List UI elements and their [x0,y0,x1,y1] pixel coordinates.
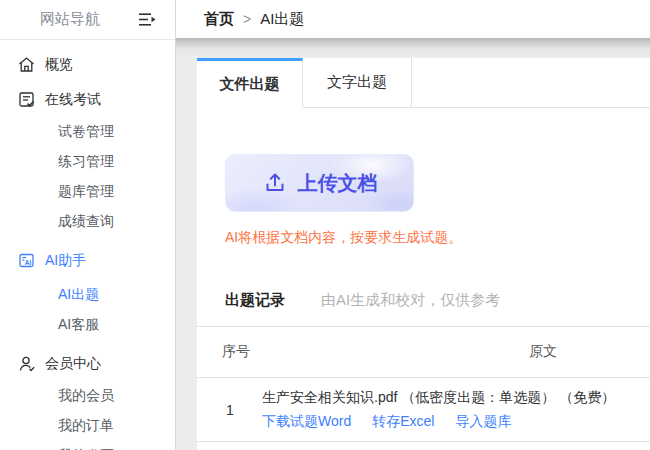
sidebar-item-label: 会员中心 [45,355,101,373]
breadcrumb-separator: > [243,11,251,27]
sidebar-item-label: 在线考试 [45,91,101,109]
topbar-shadow [176,38,650,58]
main-area: 首页 > AI出题 文件出题 文字出题 [176,0,650,450]
sidebar-item-ai-assistant[interactable]: AI AI助手 [0,243,175,278]
sidebar-item-paper-management[interactable]: 试卷管理 [0,117,175,147]
sidebar-header: 网站导航 [0,0,175,40]
sidebar-item-score-query[interactable]: 成绩查询 [0,207,175,237]
content-card: 文件出题 文字出题 上传文档 [197,58,650,450]
table-row: 1 生产安全相关知识.pdf （低密度出题：单选题） （免费） 下载试题Word… [197,378,650,442]
member-icon [18,355,35,372]
breadcrumb-current: AI出题 [260,10,304,29]
column-header-index: 序号 [222,343,250,361]
records-note: 由AI生成和校对，仅供参考 [321,291,500,310]
tab-file-question[interactable]: 文件出题 [197,58,303,108]
app-window: 网站导航 [0,0,650,450]
sidebar-item-label: 练习管理 [58,153,114,171]
ai-assistant-icon: AI [18,252,35,269]
sidebar-menu: 概览 在线考试 试卷管理 练习管理 [0,40,175,450]
row-actions: 下载试题Word 转存Excel 导入题库 [262,413,615,431]
sidebar-item-practice-management[interactable]: 练习管理 [0,147,175,177]
sidebar-item-question-bank-management[interactable]: 题库管理 [0,177,175,207]
records-title: 出题记录 [225,291,285,310]
tab-filler [412,58,650,108]
sidebar-item-label: AI助手 [45,252,86,270]
tab-bar: 文件出题 文字出题 [197,58,650,108]
column-header-source: 原文 [529,343,557,361]
sidebar-item-ai-customer-service[interactable]: AI客服 [0,310,175,340]
upload-button-label: 上传文档 [298,170,378,197]
import-question-bank-link[interactable]: 导入题库 [455,413,511,431]
sidebar-item-my-membership[interactable]: 我的会员 [0,381,175,411]
tab-text-question[interactable]: 文字出题 [303,58,412,108]
sidebar-item-label: 概览 [45,56,73,74]
sidebar-item-ai-question-generation[interactable]: AI出题 [0,280,175,310]
svg-text:AI: AI [25,259,32,266]
sidebar-item-label: 我的订单 [58,417,114,435]
breadcrumb: 首页 > AI出题 [176,0,650,38]
sidebar-item-clipped[interactable]: 我的发票 [0,441,175,450]
collapse-menu-icon[interactable] [138,12,156,27]
home-icon [18,56,35,73]
sidebar-item-member-center[interactable]: 会员中心 [0,346,175,381]
sidebar-item-label: 题库管理 [58,183,114,201]
row-index: 1 [226,378,262,441]
tab-label: 文件出题 [220,75,280,94]
table-header: 序号 原文 [197,327,650,378]
sidebar-item-label: 我的会员 [58,387,114,405]
export-excel-link[interactable]: 转存Excel [372,413,434,431]
breadcrumb-home[interactable]: 首页 [204,10,234,29]
ai-tip-text: AI将根据文档内容，按要求生成试题。 [225,229,650,247]
sidebar-item-label: 试卷管理 [58,123,114,141]
sidebar-item-online-exam[interactable]: 在线考试 [0,82,175,117]
exam-list-icon [18,91,35,108]
sidebar-item-label: 成绩查询 [58,213,114,231]
row-document-title: 生产安全相关知识.pdf （低密度出题：单选题） （免费） [262,390,615,405]
tab-label: 文字出题 [327,73,387,92]
upload-icon [262,170,288,196]
sidebar-item-overview[interactable]: 概览 [0,47,175,82]
sidebar-title: 网站导航 [0,10,100,29]
sidebar-item-my-orders[interactable]: 我的订单 [0,411,175,441]
sidebar: 网站导航 [0,0,176,450]
sidebar-item-label: AI客服 [58,316,99,334]
sidebar-item-label: AI出题 [58,286,99,304]
download-word-link[interactable]: 下载试题Word [262,413,351,431]
records-header: 出题记录 由AI生成和校对，仅供参考 [197,291,650,327]
upload-document-button[interactable]: 上传文档 [225,154,414,212]
